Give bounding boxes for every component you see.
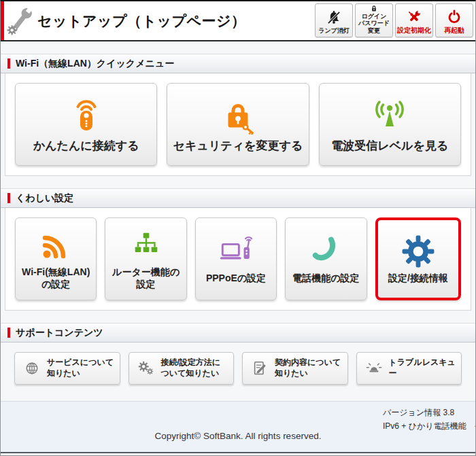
restart-label: 再起動 xyxy=(444,27,464,34)
router-function-label-line2: 設定 xyxy=(112,279,180,291)
detail-settings-section-header: くわしい設定 xyxy=(1,188,475,208)
phone-function-button[interactable]: 電話機能の設定 xyxy=(285,217,367,300)
support-section-header: サポートコンテンツ xyxy=(1,323,475,343)
gear-icon xyxy=(401,234,435,268)
red-accent-bar xyxy=(7,328,10,338)
page-title: セットアップ（トップページ） xyxy=(37,12,245,31)
wifi-rss-icon xyxy=(39,229,72,262)
login-label-line1: ログイン xyxy=(362,13,387,20)
contract-info-label-line1: 契約内容について xyxy=(275,357,341,368)
copyright-text: Copyright© SoftBank. All rights reserved… xyxy=(1,431,475,441)
connection-setup-help-label-line1: 接続/設定方法に xyxy=(161,357,221,368)
wifi-settings-label-line2: の設定 xyxy=(22,279,90,291)
config-connection-info-button[interactable]: 設定/接続情報 xyxy=(375,217,461,300)
bottom-strip xyxy=(1,453,475,456)
network-tree-icon xyxy=(131,230,162,261)
antenna-signal-icon xyxy=(371,97,409,135)
contract-info-button[interactable]: 契約内容について 知りたい xyxy=(242,352,348,385)
header: セットアップ（トップページ） ランプ消灯 ログイン パスワード変更 設定初期化 … xyxy=(1,1,475,41)
lamp-off-button[interactable]: ランプ消灯 xyxy=(315,3,353,37)
quick-menu-panel: かんたんに接続する セキュリティを変更する 電波受信レベルを見る xyxy=(5,73,471,176)
red-accent-bar xyxy=(7,193,10,203)
setup-top-page: セットアップ（トップページ） ランプ消灯 ログイン パスワード変更 設定初期化 … xyxy=(0,0,476,456)
router-function-label-line1: ルーター機能の xyxy=(112,266,180,279)
about-service-label-line1: サービスについて xyxy=(47,357,114,368)
pppoe-settings-label: PPPoEの設定 xyxy=(206,273,266,285)
detail-settings-title: くわしい設定 xyxy=(16,192,73,205)
pppoe-settings-button[interactable]: PPPoEの設定 xyxy=(195,217,277,300)
trouble-rescue-button[interactable]: トラブルレスキュー xyxy=(356,352,462,385)
wifi-settings-button[interactable]: Wi-Fi(無線LAN) の設定 xyxy=(15,217,97,300)
login-password-change-button[interactable]: ログイン パスワード変更 xyxy=(355,3,393,37)
wps-device-icon xyxy=(67,97,105,135)
header-red-accent xyxy=(1,1,4,40)
signal-level-button[interactable]: 電波受信レベルを見る xyxy=(319,83,461,166)
settings-reset-label: 設定初期化 xyxy=(397,27,431,34)
wrench-gear-logo-icon xyxy=(7,6,35,36)
laptop-router-icon xyxy=(218,233,254,270)
lock-key-icon xyxy=(219,97,257,135)
config-connection-info-label: 設定/接続情報 xyxy=(388,273,448,285)
support-buttons-row: サービスについて 知りたい 接続/設定方法に ついて知りたい 契約内容について … xyxy=(5,343,471,404)
phone-function-label: 電話機能の設定 xyxy=(292,273,359,285)
phone-handset-icon xyxy=(309,234,343,268)
wifi-settings-label-line1: Wi-Fi(無線LAN) xyxy=(22,266,90,279)
change-security-button[interactable]: セキュリティを変更する xyxy=(167,83,309,166)
login-label-line2: パスワード変更 xyxy=(356,20,392,35)
router-function-button[interactable]: ルーター機能の 設定 xyxy=(105,217,186,300)
footer: バージョン情報 3.8 IPv6 + ひかり電話機能 モード Copyright… xyxy=(1,401,475,453)
quick-menu-section-header: Wi-Fi（無線LAN）クイックメニュー xyxy=(1,54,475,73)
version-info: バージョン情報 3.8 xyxy=(383,406,476,420)
power-icon xyxy=(445,8,463,26)
easy-connect-label: かんたんに接続する xyxy=(33,139,139,153)
footer-info: バージョン情報 3.8 IPv6 + ひかり電話機能 モード xyxy=(383,406,476,434)
header-buttons: ランプ消灯 ログイン パスワード変更 設定初期化 再起動 xyxy=(315,3,473,37)
rescue-lamp-icon xyxy=(365,359,383,377)
change-security-label: セキュリティを変更する xyxy=(173,139,303,153)
quick-menu-title: Wi-Fi（無線LAN）クイックメニュー xyxy=(16,58,174,70)
connection-setup-help-button[interactable]: 接続/設定方法に ついて知りたい xyxy=(129,352,235,385)
easy-connect-button[interactable]: かんたんに接続する xyxy=(15,83,157,166)
lamp-off-label: ランプ消灯 xyxy=(318,27,350,34)
connection-setup-help-label-line2: ついて知りたい xyxy=(161,368,221,379)
about-service-button[interactable]: サービスについて 知りたい xyxy=(14,352,120,385)
red-accent-bar xyxy=(7,58,10,69)
about-service-label-line2: 知りたい xyxy=(47,368,114,379)
settings-reset-button[interactable]: 設定初期化 xyxy=(395,3,433,37)
contract-info-label-line2: 知りたい xyxy=(275,368,341,379)
crossed-tools-icon xyxy=(405,8,423,26)
lock-icon xyxy=(366,4,382,12)
document-pencil-icon xyxy=(251,359,269,377)
signal-level-label: 電波受信レベルを見る xyxy=(331,139,448,153)
gears-icon xyxy=(137,359,155,377)
trouble-rescue-label: トラブルレスキュー xyxy=(389,357,462,379)
globe-icon xyxy=(23,359,41,377)
detail-settings-panel: Wi-Fi(無線LAN) の設定 ルーター機能の 設定 PPPoEの設定 電話機… xyxy=(5,208,471,311)
restart-button[interactable]: 再起動 xyxy=(435,3,473,37)
support-title: サポートコンテンツ xyxy=(16,327,103,339)
bell-slash-icon xyxy=(325,9,343,27)
